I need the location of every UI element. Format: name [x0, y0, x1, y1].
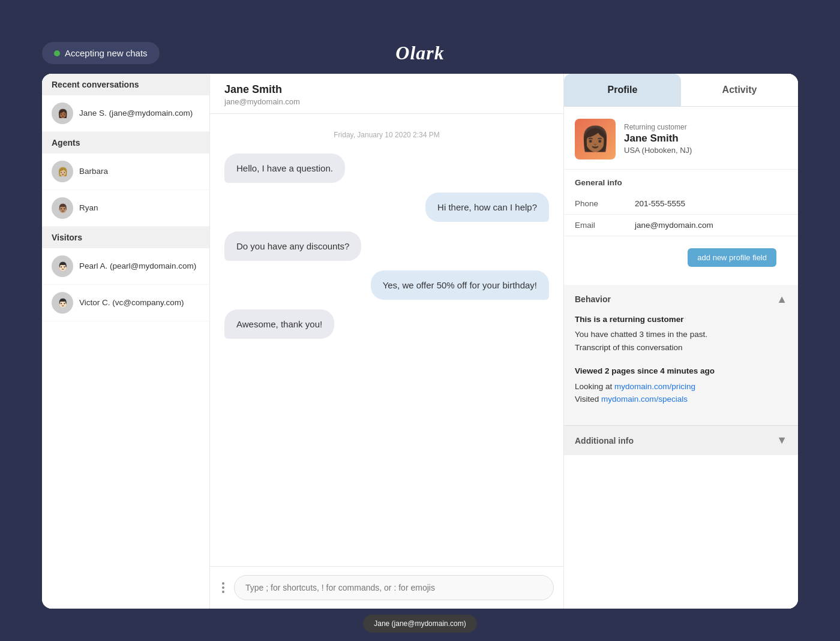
chat-input[interactable]: [234, 575, 554, 600]
chat-area: Jane Smith jane@mydomain.com Friday, Jan…: [210, 74, 564, 609]
avatar-victor: 👨🏻: [52, 292, 73, 314]
sidebar-item-victor[interactable]: 👨🏻 Victor C. (vc@company.com): [42, 285, 209, 321]
avatar-barbara: 👩🏼: [52, 161, 73, 182]
message-row-m2: Hi there, how can I help?: [224, 192, 549, 222]
right-panel: Profile Activity 👩🏾 Returning customer J…: [564, 74, 798, 609]
panel-body: 👩🏾 Returning customer Jane Smith USA (Ho…: [564, 107, 798, 609]
bottom-tag-container: Jane (jane@mydomain.com): [42, 609, 798, 633]
behavior-looking-prefix: Looking at: [575, 382, 614, 391]
sidebar-item-barbara[interactable]: 👩🏼 Barbara: [42, 154, 209, 190]
behavior-text-1: You have chatted 3 times in the past.Tra…: [575, 328, 787, 354]
accepting-badge[interactable]: Accepting new chats: [42, 42, 160, 64]
sidebar-name-barbara: Barbara: [79, 167, 108, 176]
info-row-email: Email jane@mydomain.com: [564, 215, 798, 236]
email-value: jane@mydomain.com: [635, 221, 713, 230]
tab-profile[interactable]: Profile: [564, 74, 681, 106]
sidebar-name-pearl: Pearl A. (pearl@mydomain.com): [79, 261, 196, 270]
profile-avatar: 👩🏾: [575, 119, 616, 160]
logo: Olark: [395, 42, 444, 64]
sidebar-item-ryan[interactable]: 👨🏽 Ryan: [42, 190, 209, 227]
main-content: Recent conversations 👩🏾 Jane S. (jane@my…: [42, 74, 798, 609]
behavior-text-2: Looking at mydomain.com/pricing Visited …: [575, 380, 787, 406]
profile-info: Returning customer Jane Smith USA (Hobok…: [624, 119, 692, 160]
behavior-title: Behavior: [575, 294, 611, 304]
chat-customer-email: jane@mydomain.com: [224, 97, 549, 106]
behavior-block-1: This is a returning customer You have ch…: [575, 313, 787, 354]
top-bar: Accepting new chats Olark: [42, 33, 798, 74]
bubble-m1: Hello, I have a question.: [224, 154, 345, 183]
behavior-section: Behavior ▲ This is a returning customer …: [564, 285, 798, 426]
recent-conversations-header: Recent conversations: [42, 74, 209, 95]
chat-input-area: [210, 566, 563, 609]
bubble-m4: Yes, we offer 50% off for your birthday!: [371, 270, 549, 300]
additional-info-title: Additional info: [575, 436, 634, 446]
bubble-m2: Hi there, how can I help?: [425, 192, 549, 222]
date-divider: Friday, January 10 2020 2:34 PM: [224, 131, 549, 139]
profile-name: Jane Smith: [624, 133, 692, 145]
chat-customer-name: Jane Smith: [224, 83, 549, 96]
profile-header: 👩🏾 Returning customer Jane Smith USA (Ho…: [564, 107, 798, 170]
info-row-phone: Phone 201-555-5555: [564, 193, 798, 215]
behavior-link-1[interactable]: mydomain.com/pricing: [614, 382, 695, 391]
message-row-m1: Hello, I have a question.: [224, 154, 549, 183]
chevron-down-icon: ▼: [776, 434, 787, 447]
chat-messages: Friday, January 10 2020 2:34 PM Hello, I…: [210, 114, 563, 566]
bubble-m3: Do you have any discounts?: [224, 231, 361, 261]
chat-options-button[interactable]: [220, 580, 227, 595]
avatar-pearl: 👨🏻: [52, 255, 73, 277]
panel-tabs: Profile Activity: [564, 74, 798, 107]
bubble-m5: Awesome, thank you!: [224, 309, 334, 339]
message-row-m4: Yes, we offer 50% off for your birthday!: [224, 270, 549, 300]
add-profile-field-button[interactable]: add new profile field: [688, 248, 776, 267]
phone-value: 201-555-5555: [635, 199, 685, 208]
tab-activity[interactable]: Activity: [681, 74, 798, 106]
avatar-jane-s: 👩🏾: [52, 103, 73, 124]
visitors-header: Visitors: [42, 227, 209, 248]
behavior-link-2[interactable]: mydomain.com/specials: [601, 395, 688, 404]
dot-icon-3: [222, 591, 224, 593]
sidebar-item-pearl[interactable]: 👨🏻 Pearl A. (pearl@mydomain.com): [42, 248, 209, 285]
sidebar-name-jane-s: Jane S. (jane@mydomain.com): [79, 109, 193, 118]
behavior-visited-prefix: Visited: [575, 395, 601, 404]
chat-header: Jane Smith jane@mydomain.com: [210, 74, 563, 114]
dot-icon-1: [222, 582, 224, 585]
message-row-m3: Do you have any discounts?: [224, 231, 549, 261]
phone-label: Phone: [575, 199, 635, 208]
behavior-bold-2: Viewed 2 pages since 4 minutes ago: [575, 365, 787, 378]
profile-location: USA (Hoboken, NJ): [624, 146, 692, 155]
accepting-label: Accepting new chats: [65, 48, 148, 58]
returning-tag: Returning customer: [624, 123, 692, 131]
behavior-content: This is a returning customer You have ch…: [575, 313, 787, 407]
agents-header: Agents: [42, 132, 209, 154]
behavior-header: Behavior ▲: [575, 293, 787, 306]
general-info-title: General info: [564, 170, 798, 193]
status-dot: [54, 50, 60, 56]
additional-info-section[interactable]: Additional info ▼: [564, 425, 798, 455]
dot-icon-2: [222, 586, 224, 589]
sidebar: Recent conversations 👩🏾 Jane S. (jane@my…: [42, 74, 210, 609]
collapse-icon[interactable]: ▲: [776, 293, 787, 306]
behavior-bold-1: This is a returning customer: [575, 313, 787, 326]
behavior-block-2: Viewed 2 pages since 4 minutes ago Looki…: [575, 365, 787, 406]
sidebar-item-jane-s[interactable]: 👩🏾 Jane S. (jane@mydomain.com): [42, 95, 209, 132]
chat-bottom-tag: Jane (jane@mydomain.com): [363, 615, 477, 633]
sidebar-name-ryan: Ryan: [79, 203, 98, 212]
sidebar-name-victor: Victor C. (vc@company.com): [79, 298, 184, 307]
avatar-ryan: 👨🏽: [52, 197, 73, 219]
message-row-m5: Awesome, thank you!: [224, 309, 549, 339]
email-label: Email: [575, 221, 635, 230]
